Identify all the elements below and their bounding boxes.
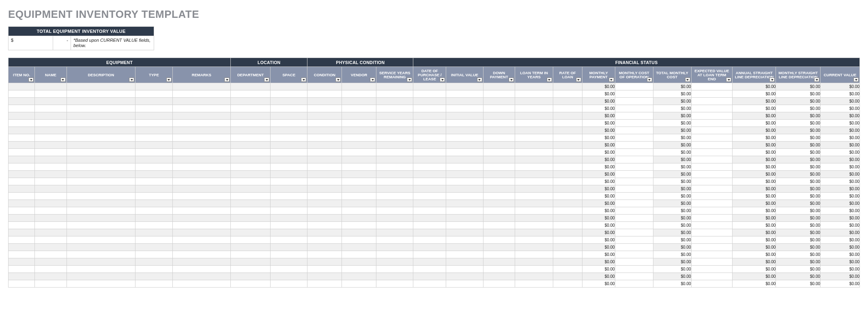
cell[interactable] [446, 98, 483, 105]
filter-dropdown-icon[interactable] [129, 77, 134, 82]
cell[interactable] [483, 200, 515, 207]
cell[interactable] [9, 120, 35, 127]
cell[interactable] [376, 105, 413, 112]
cell[interactable] [446, 273, 483, 280]
cell[interactable] [483, 105, 515, 112]
cell[interactable] [515, 142, 553, 149]
cell[interactable] [271, 244, 307, 251]
cell[interactable] [446, 185, 483, 193]
cell[interactable] [483, 142, 515, 149]
cell[interactable] [135, 251, 172, 258]
filter-dropdown-icon[interactable] [301, 77, 306, 82]
cell[interactable] [376, 229, 413, 236]
cell[interactable] [231, 251, 271, 258]
cell[interactable] [376, 193, 413, 200]
cell[interactable] [231, 149, 271, 156]
cell[interactable] [553, 163, 582, 171]
cell[interactable] [376, 215, 413, 222]
cell[interactable] [67, 244, 135, 251]
cell[interactable] [231, 229, 271, 236]
cell[interactable] [271, 273, 307, 280]
cell[interactable] [271, 207, 307, 215]
cell[interactable] [376, 178, 413, 185]
cell[interactable] [691, 273, 733, 280]
cell[interactable] [446, 178, 483, 185]
cell[interactable] [172, 163, 231, 171]
summary-currency[interactable]: $ [9, 36, 53, 50]
cell[interactable] [691, 229, 733, 236]
cell[interactable] [413, 215, 446, 222]
cell[interactable] [67, 185, 135, 193]
cell[interactable] [615, 98, 653, 105]
cell[interactable] [67, 178, 135, 185]
cell[interactable] [67, 134, 135, 142]
cell[interactable] [231, 193, 271, 200]
cell[interactable] [172, 280, 231, 288]
cell[interactable] [342, 273, 376, 280]
cell[interactable] [515, 120, 553, 127]
cell[interactable] [342, 127, 376, 134]
cell[interactable] [691, 90, 733, 98]
cell[interactable] [446, 244, 483, 251]
cell[interactable] [307, 90, 342, 98]
cell[interactable] [483, 90, 515, 98]
cell[interactable] [413, 149, 446, 156]
cell[interactable] [35, 244, 67, 251]
cell[interactable] [271, 171, 307, 178]
cell[interactable] [67, 120, 135, 127]
cell[interactable] [271, 105, 307, 112]
cell[interactable] [413, 236, 446, 244]
cell[interactable] [413, 251, 446, 258]
cell[interactable] [67, 229, 135, 236]
cell[interactable] [342, 178, 376, 185]
filter-dropdown-icon[interactable] [224, 77, 230, 82]
cell[interactable] [615, 120, 653, 127]
cell[interactable] [376, 280, 413, 288]
cell[interactable] [413, 266, 446, 273]
cell[interactable] [342, 185, 376, 193]
cell[interactable] [172, 112, 231, 120]
cell[interactable] [691, 98, 733, 105]
cell[interactable] [135, 149, 172, 156]
cell[interactable] [376, 185, 413, 193]
cell[interactable] [691, 171, 733, 178]
cell[interactable] [615, 163, 653, 171]
cell[interactable] [307, 156, 342, 163]
cell[interactable] [483, 178, 515, 185]
cell[interactable] [172, 207, 231, 215]
cell[interactable] [9, 193, 35, 200]
cell[interactable] [307, 229, 342, 236]
cell[interactable] [172, 90, 231, 98]
cell[interactable] [515, 127, 553, 134]
cell[interactable] [231, 215, 271, 222]
cell[interactable] [135, 120, 172, 127]
cell[interactable] [515, 200, 553, 207]
cell[interactable] [376, 163, 413, 171]
cell[interactable] [515, 266, 553, 273]
cell[interactable] [553, 120, 582, 127]
cell[interactable] [67, 236, 135, 244]
cell[interactable] [67, 149, 135, 156]
cell[interactable] [35, 171, 67, 178]
cell[interactable] [67, 98, 135, 105]
cell[interactable] [515, 171, 553, 178]
cell[interactable] [515, 156, 553, 163]
cell[interactable] [135, 178, 172, 185]
cell[interactable] [376, 244, 413, 251]
cell[interactable] [9, 280, 35, 288]
cell[interactable] [67, 105, 135, 112]
cell[interactable] [376, 266, 413, 273]
cell[interactable] [231, 171, 271, 178]
cell[interactable] [553, 185, 582, 193]
cell[interactable] [271, 236, 307, 244]
cell[interactable] [615, 90, 653, 98]
filter-dropdown-icon[interactable] [609, 77, 614, 82]
cell[interactable] [691, 105, 733, 112]
cell[interactable] [615, 229, 653, 236]
cell[interactable] [307, 207, 342, 215]
cell[interactable] [231, 207, 271, 215]
cell[interactable] [515, 273, 553, 280]
cell[interactable] [35, 156, 67, 163]
cell[interactable] [9, 200, 35, 207]
cell[interactable] [231, 280, 271, 288]
